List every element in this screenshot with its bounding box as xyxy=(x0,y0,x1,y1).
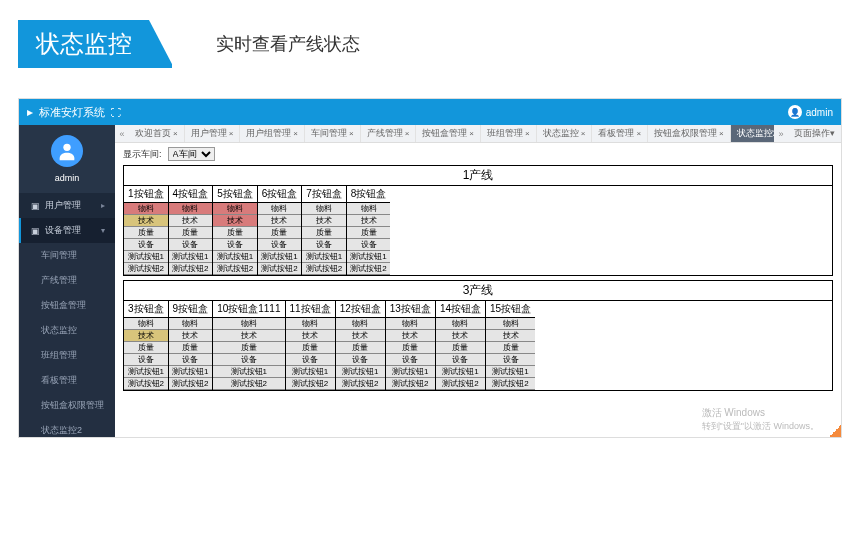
andon-button-物料[interactable]: 物料 xyxy=(169,318,213,330)
andon-button-测试按钮1[interactable]: 测试按钮1 xyxy=(213,366,284,378)
andon-button-质量[interactable]: 质量 xyxy=(286,342,335,354)
header-username[interactable]: admin xyxy=(806,107,833,118)
andon-button-测试按钮1[interactable]: 测试按钮1 xyxy=(486,366,535,378)
avatar-icon[interactable]: 👤 xyxy=(788,105,802,119)
menu-toggle-icon[interactable]: ▸ xyxy=(27,105,33,119)
andon-button-测试按钮1[interactable]: 测试按钮1 xyxy=(258,251,302,263)
andon-button-物料[interactable]: 物料 xyxy=(302,203,346,215)
andon-button-技术[interactable]: 技术 xyxy=(213,215,257,227)
andon-button-测试按钮1[interactable]: 测试按钮1 xyxy=(124,366,168,378)
page-ops-dropdown[interactable]: 页面操作▾ xyxy=(788,127,841,140)
andon-button-测试按钮2[interactable]: 测试按钮2 xyxy=(169,378,213,390)
andon-button-质量[interactable]: 质量 xyxy=(336,342,385,354)
sidebar-item-设备管理[interactable]: ▣设备管理▾ xyxy=(19,218,115,243)
andon-button-技术[interactable]: 技术 xyxy=(124,215,168,227)
andon-button-测试按钮2[interactable]: 测试按钮2 xyxy=(213,378,284,390)
close-icon[interactable]: × xyxy=(469,129,474,138)
close-icon[interactable]: × xyxy=(349,129,354,138)
andon-button-技术[interactable]: 技术 xyxy=(336,330,385,342)
tab-看板管理[interactable]: 看板管理× xyxy=(592,125,648,142)
andon-button-物料[interactable]: 物料 xyxy=(124,203,168,215)
andon-button-技术[interactable]: 技术 xyxy=(258,215,302,227)
andon-button-测试按钮1[interactable]: 测试按钮1 xyxy=(436,366,485,378)
andon-button-物料[interactable]: 物料 xyxy=(286,318,335,330)
andon-button-设备[interactable]: 设备 xyxy=(124,239,168,251)
andon-button-设备[interactable]: 设备 xyxy=(436,354,485,366)
sidebar-subitem-状态监控2[interactable]: 状态监控2 xyxy=(19,418,115,438)
andon-button-设备[interactable]: 设备 xyxy=(169,239,213,251)
andon-button-技术[interactable]: 技术 xyxy=(169,215,213,227)
tab-欢迎首页[interactable]: 欢迎首页× xyxy=(129,125,185,142)
tab-用户组管理[interactable]: 用户组管理× xyxy=(240,125,305,142)
andon-button-技术[interactable]: 技术 xyxy=(302,215,346,227)
andon-button-测试按钮1[interactable]: 测试按钮1 xyxy=(124,251,168,263)
andon-button-物料[interactable]: 物料 xyxy=(336,318,385,330)
andon-button-测试按钮2[interactable]: 测试按钮2 xyxy=(302,263,346,275)
andon-button-质量[interactable]: 质量 xyxy=(486,342,535,354)
andon-button-设备[interactable]: 设备 xyxy=(386,354,435,366)
tab-状态监控2[interactable]: 状态监控2× xyxy=(731,125,774,142)
andon-button-设备[interactable]: 设备 xyxy=(286,354,335,366)
andon-button-质量[interactable]: 质量 xyxy=(213,227,257,239)
andon-button-质量[interactable]: 质量 xyxy=(436,342,485,354)
andon-button-测试按钮2[interactable]: 测试按钮2 xyxy=(436,378,485,390)
andon-button-质量[interactable]: 质量 xyxy=(347,227,391,239)
andon-button-测试按钮2[interactable]: 测试按钮2 xyxy=(169,263,213,275)
sidebar-item-用户管理[interactable]: ▣用户管理▸ xyxy=(19,193,115,218)
andon-button-测试按钮1[interactable]: 测试按钮1 xyxy=(169,366,213,378)
andon-button-设备[interactable]: 设备 xyxy=(302,239,346,251)
sidebar-subitem-产线管理[interactable]: 产线管理 xyxy=(19,268,115,293)
close-icon[interactable]: × xyxy=(293,129,298,138)
close-icon[interactable]: × xyxy=(719,129,724,138)
andon-button-设备[interactable]: 设备 xyxy=(213,239,257,251)
andon-button-物料[interactable]: 物料 xyxy=(213,318,284,330)
andon-button-设备[interactable]: 设备 xyxy=(124,354,168,366)
close-icon[interactable]: × xyxy=(405,129,410,138)
workshop-select[interactable]: A车间 xyxy=(168,147,215,161)
andon-button-测试按钮2[interactable]: 测试按钮2 xyxy=(258,263,302,275)
andon-button-设备[interactable]: 设备 xyxy=(347,239,391,251)
tab-班组管理[interactable]: 班组管理× xyxy=(481,125,537,142)
sidebar-subitem-状态监控[interactable]: 状态监控 xyxy=(19,318,115,343)
andon-button-质量[interactable]: 质量 xyxy=(302,227,346,239)
close-icon[interactable]: × xyxy=(229,129,234,138)
andon-button-测试按钮2[interactable]: 测试按钮2 xyxy=(336,378,385,390)
andon-button-测试按钮2[interactable]: 测试按钮2 xyxy=(124,378,168,390)
andon-button-技术[interactable]: 技术 xyxy=(213,330,284,342)
andon-button-测试按钮2[interactable]: 测试按钮2 xyxy=(347,263,391,275)
andon-button-物料[interactable]: 物料 xyxy=(258,203,302,215)
andon-button-设备[interactable]: 设备 xyxy=(336,354,385,366)
andon-button-质量[interactable]: 质量 xyxy=(213,342,284,354)
andon-button-物料[interactable]: 物料 xyxy=(169,203,213,215)
andon-button-质量[interactable]: 质量 xyxy=(124,342,168,354)
tab-scroll-left[interactable]: « xyxy=(115,129,129,139)
tab-用户管理[interactable]: 用户管理× xyxy=(185,125,241,142)
andon-button-质量[interactable]: 质量 xyxy=(169,227,213,239)
andon-button-设备[interactable]: 设备 xyxy=(213,354,284,366)
andon-button-测试按钮1[interactable]: 测试按钮1 xyxy=(386,366,435,378)
sidebar-subitem-按钮盒管理[interactable]: 按钮盒管理 xyxy=(19,293,115,318)
andon-button-技术[interactable]: 技术 xyxy=(286,330,335,342)
andon-button-物料[interactable]: 物料 xyxy=(386,318,435,330)
andon-button-技术[interactable]: 技术 xyxy=(124,330,168,342)
tab-按钮盒权限管理[interactable]: 按钮盒权限管理× xyxy=(648,125,731,142)
andon-button-测试按钮1[interactable]: 测试按钮1 xyxy=(286,366,335,378)
andon-button-质量[interactable]: 质量 xyxy=(258,227,302,239)
andon-button-物料[interactable]: 物料 xyxy=(436,318,485,330)
andon-button-设备[interactable]: 设备 xyxy=(258,239,302,251)
close-icon[interactable]: × xyxy=(525,129,530,138)
andon-button-测试按钮1[interactable]: 测试按钮1 xyxy=(302,251,346,263)
tab-按钮盒管理[interactable]: 按钮盒管理× xyxy=(416,125,481,142)
close-icon[interactable]: × xyxy=(636,129,641,138)
andon-button-物料[interactable]: 物料 xyxy=(347,203,391,215)
fullscreen-icon[interactable]: ⛶ xyxy=(111,107,121,118)
andon-button-测试按钮1[interactable]: 测试按钮1 xyxy=(213,251,257,263)
close-icon[interactable]: × xyxy=(581,129,586,138)
andon-button-技术[interactable]: 技术 xyxy=(436,330,485,342)
sidebar-subitem-按钮盒权限管理[interactable]: 按钮盒权限管理 xyxy=(19,393,115,418)
andon-button-测试按钮2[interactable]: 测试按钮2 xyxy=(486,378,535,390)
andon-button-技术[interactable]: 技术 xyxy=(347,215,391,227)
andon-button-质量[interactable]: 质量 xyxy=(169,342,213,354)
andon-button-技术[interactable]: 技术 xyxy=(169,330,213,342)
tab-scroll-right[interactable]: » xyxy=(774,129,788,139)
